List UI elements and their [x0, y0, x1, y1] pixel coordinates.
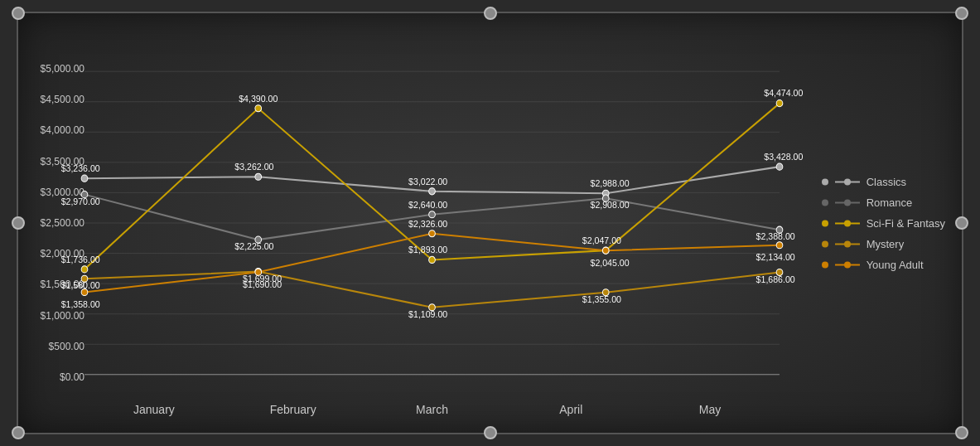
corner-decoration-bm: [484, 426, 497, 439]
data-point-youngadult: [255, 269, 262, 275]
data-label-scifi: $2,047.00: [582, 235, 621, 245]
legend-label: Romance: [867, 196, 913, 209]
data-label-classics: $3,022.00: [408, 176, 447, 186]
data-point-classics: [81, 175, 88, 182]
data-point-classics: [429, 188, 436, 195]
data-point-youngadult: [429, 230, 436, 237]
x-axis-label: May: [640, 403, 780, 416]
x-axis-label: April: [501, 403, 640, 416]
corner-decoration-ml: [12, 216, 25, 230]
data-point-scifi: [429, 256, 436, 263]
data-label-mystery: $1,355.00: [582, 294, 621, 304]
legend-label: Sci-Fi & Fantasy: [867, 217, 945, 230]
data-label-romance: $2,640.00: [408, 199, 447, 209]
data-label-classics: $3,428.00: [764, 152, 803, 162]
y-axis-label: $0.00: [60, 371, 84, 383]
legend-color-indicator: [835, 181, 860, 182]
y-axis-label: $2,500.00: [41, 217, 84, 229]
data-point-youngadult: [602, 247, 609, 254]
corner-decoration-mr: [955, 216, 968, 230]
data-point-scifi: [776, 100, 783, 107]
corner-decoration-bl: [12, 426, 25, 439]
data-label-mystery: $1,686.00: [756, 274, 795, 284]
corner-decoration-tm: [484, 7, 497, 20]
y-axis-label: $4,000.00: [41, 124, 84, 136]
chart-plot-area: $3,236.00$3,262.00$3,022.00$2,988.00$3,4…: [84, 63, 780, 383]
x-axis-label: February: [224, 403, 363, 416]
data-point-youngadult: [81, 288, 88, 295]
data-label-mystery: $1,580.00: [61, 280, 100, 290]
corner-decoration-tl: [12, 7, 25, 20]
data-label-youngadult: $1,690.00: [243, 279, 282, 288]
legend-color-indicator: [835, 264, 860, 265]
data-label-scifi: $1,893.00: [408, 245, 447, 255]
y-axis-label: $500.00: [49, 341, 84, 352]
legend-label: Young Adult: [867, 259, 924, 271]
data-point-scifi: [81, 266, 88, 273]
legend-dot: [822, 261, 828, 268]
legend-label: Mystery: [867, 238, 905, 250]
chart-svg: $3,236.00$3,262.00$3,022.00$2,988.00$3,4…: [84, 63, 780, 383]
data-label-youngadult: $1,358.00: [61, 299, 100, 309]
data-label-classics: $2,988.00: [591, 178, 630, 188]
line-series-mystery: [84, 272, 780, 308]
y-axis-label: $5,000.00: [41, 63, 84, 75]
data-point-classics: [255, 173, 262, 180]
legend-item: Young Adult: [822, 259, 945, 271]
data-label-scifi: $1,736.00: [61, 254, 100, 264]
legend-dot: [822, 178, 828, 185]
legend-item: Sci-Fi & Fantasy: [822, 217, 945, 230]
legend-item: Mystery: [822, 238, 945, 250]
corner-decoration-tr: [955, 7, 968, 20]
y-axis-labels: $5,000.00$4,500.00$4,000.00$3,500.00$3,0…: [27, 63, 84, 383]
legend-dot: [822, 199, 828, 206]
x-axis-labels: JanuaryFebruaryMarchAprilMay: [84, 403, 780, 416]
legend-color-indicator: [835, 243, 860, 245]
data-label-youngadult: $2,326.00: [408, 218, 447, 228]
legend-label: Classics: [867, 176, 906, 188]
data-point-romance: [429, 211, 436, 218]
data-label-classics: $3,236.00: [61, 163, 100, 173]
data-label-mystery: $1,109.00: [408, 309, 447, 319]
y-axis-label: $4,500.00: [41, 94, 84, 105]
data-point-youngadult: [776, 242, 783, 249]
data-label-scifi: $4,390.00: [239, 93, 278, 103]
legend-dot: [822, 240, 828, 247]
data-label-classics: $3,262.00: [234, 162, 273, 172]
legend-item: Classics: [822, 176, 945, 188]
legend-item: Romance: [822, 196, 945, 209]
chart-legend: ClassicsRomanceSci-Fi & FantasyMysteryYo…: [822, 176, 945, 271]
y-axis-label: $1,000.00: [41, 310, 84, 322]
data-point-scifi: [255, 105, 262, 112]
data-label-romance: $2,970.00: [61, 196, 100, 206]
chart-container: $5,000.00$4,500.00$4,000.00$3,500.00$3,0…: [17, 12, 963, 434]
data-label-romance: $2,908.00: [591, 200, 630, 210]
x-axis-label: January: [84, 403, 224, 416]
x-axis-label: March: [363, 403, 502, 416]
data-label-youngadult: $2,045.00: [591, 257, 630, 267]
data-label-youngadult: $2,134.00: [756, 252, 795, 262]
data-label-romance: $2,388.00: [756, 231, 795, 241]
legend-color-indicator: [835, 222, 860, 224]
legend-dot: [822, 220, 828, 226]
data-label-scifi: $4,474.00: [764, 88, 803, 98]
corner-decoration-br: [955, 426, 968, 439]
data-label-romance: $2,225.00: [234, 241, 273, 251]
data-point-classics: [776, 163, 783, 170]
legend-color-indicator: [835, 201, 860, 203]
